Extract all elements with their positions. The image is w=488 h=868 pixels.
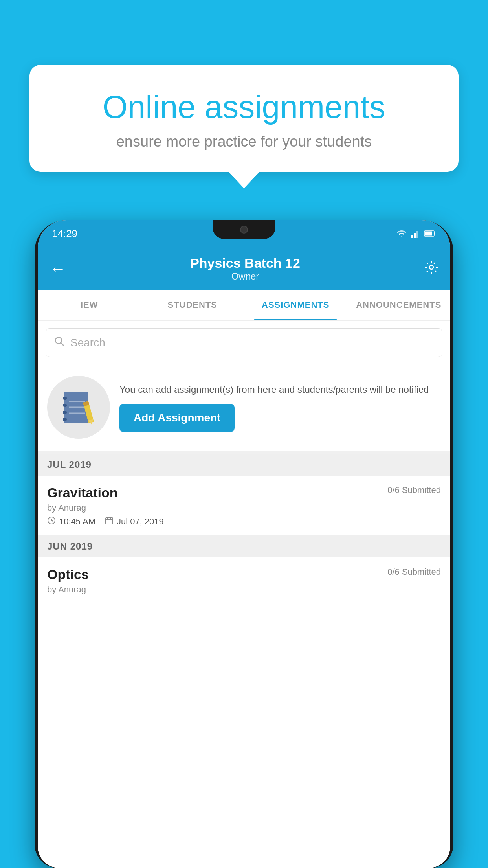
notch: [213, 220, 275, 239]
status-bar: 14:29: [38, 220, 450, 247]
tab-assignments[interactable]: ASSIGNMENTS: [244, 290, 347, 320]
meta-time: 10:45 AM: [47, 516, 95, 527]
promo-description: You can add assignment(s) from here and …: [119, 383, 441, 397]
promo-text: You can add assignment(s) from here and …: [119, 383, 441, 432]
phone-screen: 14:29: [38, 220, 450, 868]
tab-students[interactable]: STUDENTS: [141, 290, 244, 320]
svg-rect-21: [106, 518, 113, 524]
notebook-icon: [62, 390, 95, 425]
wifi-icon: [396, 229, 407, 238]
section-header-jun: JUN 2019: [38, 535, 450, 557]
signal-icon: [411, 229, 420, 238]
svg-rect-12: [63, 411, 67, 414]
svg-rect-0: [411, 235, 413, 238]
assignment-item-gravitation[interactable]: Gravitation 0/6 Submitted by Anurag 10:4…: [38, 476, 450, 535]
header-title: Physics Batch 12: [190, 256, 300, 271]
svg-point-7: [55, 337, 62, 344]
header-subtitle: Owner: [190, 271, 300, 282]
assignment-meta: 10:45 AM Jul 07, 2019: [47, 516, 441, 527]
status-icons: [396, 229, 436, 238]
assignment-row: Gravitation 0/6 Submitted: [47, 485, 441, 500]
svg-point-6: [429, 265, 433, 269]
search-placeholder: Search: [70, 337, 105, 349]
svg-rect-13: [63, 418, 67, 421]
search-icon: [54, 336, 65, 349]
back-button[interactable]: ←: [50, 259, 66, 278]
section-header-jul: JUL 2019: [38, 454, 450, 476]
svg-rect-5: [434, 232, 435, 235]
tabs-bar: IEW STUDENTS ASSIGNMENTS ANNOUNCEMENTS: [38, 290, 450, 321]
svg-rect-10: [63, 397, 67, 400]
promo-icon-circle: [47, 376, 110, 439]
assignment-name-optics: Optics: [47, 567, 89, 582]
app-header: ← Physics Batch 12 Owner: [38, 247, 450, 290]
assignment-by: by Anurag: [47, 503, 441, 513]
search-bar[interactable]: Search: [46, 328, 442, 357]
assignment-item-optics[interactable]: Optics 0/6 Submitted by Anurag: [38, 557, 450, 606]
svg-rect-11: [63, 404, 67, 407]
settings-button[interactable]: [424, 260, 438, 278]
tab-iew[interactable]: IEW: [38, 290, 141, 320]
add-assignment-button[interactable]: Add Assignment: [119, 404, 235, 432]
app-content: Search: [38, 321, 450, 606]
tab-announcements[interactable]: ANNOUNCEMENTS: [347, 290, 451, 320]
assignment-name: Gravitation: [47, 485, 117, 500]
assignment-row-optics: Optics 0/6 Submitted: [47, 567, 441, 582]
header-center: Physics Batch 12 Owner: [190, 256, 300, 282]
assignment-submitted: 0/6 Submitted: [387, 485, 441, 495]
assignment-date: Jul 07, 2019: [117, 517, 164, 527]
search-container: Search: [38, 321, 450, 364]
phone-frame: 14:29: [35, 220, 453, 868]
status-time: 14:29: [52, 228, 77, 240]
battery-icon: [424, 230, 436, 237]
calendar-icon: [105, 516, 114, 527]
svg-rect-1: [414, 233, 416, 238]
assignment-time: 10:45 AM: [59, 517, 95, 527]
promo-section: You can add assignment(s) from here and …: [38, 364, 450, 454]
meta-date: Jul 07, 2019: [105, 516, 164, 527]
assignment-by-optics: by Anurag: [47, 585, 441, 595]
clock-icon: [47, 516, 56, 527]
bubble-title: Online assignments: [57, 88, 431, 125]
svg-rect-2: [416, 231, 418, 238]
speech-bubble: Online assignments ensure more practice …: [29, 65, 459, 172]
bubble-subtitle: ensure more practice for your students: [57, 133, 431, 150]
svg-line-8: [61, 343, 64, 346]
front-camera: [240, 226, 248, 234]
svg-rect-4: [425, 232, 432, 236]
assignment-submitted-optics: 0/6 Submitted: [387, 567, 441, 577]
